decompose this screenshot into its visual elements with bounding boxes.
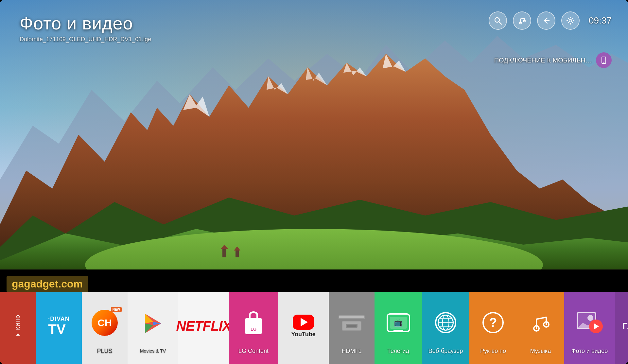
svg-rect-12: [222, 249, 226, 257]
app-bar: ★ КИНО ·DIVAN TV CH NEW PLUS: [0, 292, 628, 364]
lg-content-label: LG Content: [237, 346, 270, 356]
back-button[interactable]: [537, 11, 555, 30]
browser-label: Веб-браузер: [427, 346, 464, 356]
divan-label: [58, 349, 60, 353]
google-play-label: Movies & TV: [139, 346, 167, 355]
photo-video-label: Фото и видео: [570, 346, 609, 356]
kino-label: [17, 349, 19, 353]
file-name: Dolomite_171109_OLED_UHD_HDR_DV1_01.lge: [20, 36, 151, 43]
app-ch-plus[interactable]: CH NEW PLUS: [82, 292, 128, 364]
svg-rect-14: [236, 251, 239, 257]
app-hdmi[interactable]: HDMI 1: [329, 292, 375, 364]
music-button[interactable]: [513, 11, 531, 30]
svg-point-22: [603, 62, 604, 63]
svg-line-17: [499, 22, 501, 24]
app-photo-video[interactable]: Фото и видео: [564, 292, 615, 364]
settings-button[interactable]: [561, 11, 580, 30]
top-right-toolbar: 09:37: [489, 11, 612, 30]
kino-logo: ★ КИНО: [0, 303, 36, 349]
netflix-label: [202, 349, 205, 353]
ch-plus-logo: CH NEW: [82, 300, 128, 346]
mobile-connect-banner[interactable]: ПОДКЛЮЧЕНИЕ К МОБИЛЬН…: [494, 52, 612, 68]
ga-logo: ГА: [615, 303, 628, 349]
ga-label: [627, 349, 628, 353]
mobile-icon: [596, 52, 612, 68]
manual-logo: ?: [469, 300, 517, 346]
time-display: 09:37: [589, 15, 612, 26]
search-button[interactable]: [489, 11, 507, 30]
app-tvguide[interactable]: 📺 Телегид: [375, 292, 422, 364]
youtube-logo: YouTube: [278, 303, 329, 349]
music-logo: [517, 300, 564, 346]
tvguide-label: Телегид: [386, 346, 410, 356]
mobile-connect-label: ПОДКЛЮЧЕНИЕ К МОБИЛЬН…: [494, 57, 592, 64]
app-google-play[interactable]: Movies & TV: [128, 292, 178, 364]
app-browser[interactable]: Веб-браузер: [422, 292, 469, 364]
hdmi-logo: [329, 300, 375, 346]
photo-video-logo: [564, 300, 615, 346]
app-netflix[interactable]: NETFLIX: [178, 292, 229, 364]
watermark: gagadget.com: [7, 276, 88, 292]
browser-logo: [422, 300, 469, 346]
music-label: Музыка: [529, 346, 552, 356]
app-music[interactable]: Музыка: [517, 292, 564, 364]
page-title: Фото и видео: [20, 13, 151, 33]
app-lg-content[interactable]: LG LG Content: [229, 292, 278, 364]
tvguide-logo: 📺: [375, 300, 422, 346]
app-ga[interactable]: ГА: [615, 292, 628, 364]
divan-logo: ·DIVAN TV: [36, 303, 82, 349]
app-divan-tv[interactable]: ·DIVAN TV: [36, 292, 82, 364]
ch-plus-label: PLUS: [96, 346, 113, 356]
app-youtube[interactable]: YouTube: [278, 292, 329, 364]
youtube-label: [302, 349, 305, 353]
manual-label: Рук-во по: [479, 346, 507, 356]
hdmi-label: HDMI 1: [340, 346, 363, 356]
google-play-logo: [128, 301, 178, 346]
app-manual[interactable]: ? Рук-во по: [469, 292, 517, 364]
app-kino[interactable]: ★ КИНО: [0, 292, 36, 364]
lg-content-logo: LG: [229, 300, 278, 346]
netflix-logo: NETFLIX: [178, 303, 229, 349]
tv-screen: Фото и видео Dolomite_171109_OLED_UHD_HD…: [0, 0, 628, 364]
top-left-info: Фото и видео Dolomite_171109_OLED_UHD_HD…: [20, 13, 151, 43]
svg-point-20: [569, 19, 572, 22]
svg-rect-28: [347, 325, 357, 327]
